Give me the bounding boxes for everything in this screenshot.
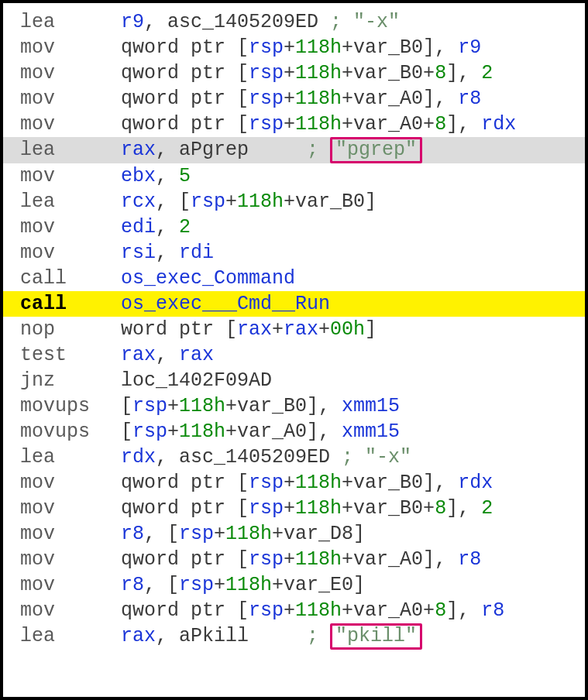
operands: edi, 2 xyxy=(121,216,191,238)
operands: [rsp+118h+var_A0], xmm15 xyxy=(121,420,400,443)
operands: qword ptr [rsp+118h+var_A0], r8 xyxy=(121,548,481,571)
asm-line: testrax, rax xyxy=(3,342,585,368)
mnemonic: call xyxy=(20,291,121,317)
asm-line: movqword ptr [rsp+118h+var_A0], r8 xyxy=(3,86,585,112)
operands: word ptr [rax+rax+00h] xyxy=(121,318,377,341)
operands: rax, rax xyxy=(121,344,214,366)
mnemonic: lea xyxy=(20,444,121,470)
asm-line: lear9, asc_1405209ED ; "-x" xyxy=(3,9,585,35)
asm-line: movups[rsp+118h+var_A0], xmm15 xyxy=(3,419,585,444)
asm-line: movebx, 5 xyxy=(3,163,585,189)
asm-line: movups[rsp+118h+var_B0], xmm15 xyxy=(3,393,585,419)
mnemonic: mov xyxy=(20,240,121,266)
operands: os_exec_Command xyxy=(121,267,295,290)
operands: rdx, asc_1405209ED xyxy=(121,446,330,468)
highlight-box: "pkill" xyxy=(330,623,422,650)
asm-line: learcx, [rsp+118h+var_B0] xyxy=(3,189,585,214)
operands: qword ptr [rsp+118h+var_A0+8], rdx xyxy=(121,113,516,136)
comment: ; "-x" xyxy=(318,11,400,33)
operands: qword ptr [rsp+118h+var_A0], r8 xyxy=(121,88,481,110)
operands: r9, asc_1405209ED xyxy=(121,11,318,33)
asm-line: movqword ptr [rsp+118h+var_B0], r9 xyxy=(3,35,585,60)
operands: r8, [rsp+118h+var_E0] xyxy=(121,574,365,596)
operands: rsi, rdi xyxy=(121,242,214,264)
mnemonic: mov xyxy=(20,163,121,189)
mnemonic: movups xyxy=(20,393,121,419)
asm-line: movqword ptr [rsp+118h+var_A0+8], rdx xyxy=(3,112,585,137)
operands: qword ptr [rsp+118h+var_B0+8], 2 xyxy=(121,62,493,84)
mnemonic: mov xyxy=(20,547,121,572)
operands: rax, aPkill xyxy=(121,625,249,647)
mnemonic: lea xyxy=(20,623,121,649)
asm-line: learax, aPkill ; "pkill" xyxy=(3,623,585,650)
comment: ; "pkill" xyxy=(295,625,422,647)
operands: r8, [rsp+118h+var_D8] xyxy=(121,523,365,545)
mnemonic: mov xyxy=(20,572,121,598)
operands: loc_1402F09AD xyxy=(121,369,272,392)
operands: rax, aPgrep xyxy=(121,139,249,161)
disassembly-frame: lear9, asc_1405209ED ; "-x"movqword ptr … xyxy=(0,0,588,700)
mnemonic: mov xyxy=(20,86,121,112)
mnemonic: call xyxy=(20,266,121,291)
asm-line: movqword ptr [rsp+118h+var_B0], rdx xyxy=(3,470,585,496)
operands: qword ptr [rsp+118h+var_B0], r9 xyxy=(121,36,481,59)
operands: qword ptr [rsp+118h+var_B0+8], 2 xyxy=(121,497,493,520)
asm-line: movqword ptr [rsp+118h+var_B0+8], 2 xyxy=(3,60,585,86)
mnemonic: nop xyxy=(20,317,121,342)
operands: ebx, 5 xyxy=(121,165,191,187)
mnemonic: lea xyxy=(20,189,121,214)
asm-line: movqword ptr [rsp+118h+var_B0+8], 2 xyxy=(3,496,585,521)
asm-line: leardx, asc_1405209ED ; "-x" xyxy=(3,444,585,470)
mnemonic: lea xyxy=(20,137,121,163)
operands: os_exec___Cmd__Run xyxy=(121,293,330,315)
asm-line: learax, aPgrep ; "pgrep" xyxy=(3,137,585,163)
disassembly-listing: lear9, asc_1405209ED ; "-x"movqword ptr … xyxy=(3,3,585,650)
mnemonic: movups xyxy=(20,419,121,444)
mnemonic: mov xyxy=(20,598,121,623)
mnemonic: mov xyxy=(20,470,121,496)
asm-line: movr8, [rsp+118h+var_D8] xyxy=(3,521,585,547)
comment: ; "-x" xyxy=(330,446,411,468)
asm-line: jnzloc_1402F09AD xyxy=(3,368,585,393)
asm-line: movedi, 2 xyxy=(3,214,585,240)
operands: qword ptr [rsp+118h+var_B0], rdx xyxy=(121,472,493,494)
asm-line: nopword ptr [rax+rax+00h] xyxy=(3,317,585,342)
mnemonic: mov xyxy=(20,112,121,137)
asm-line: movr8, [rsp+118h+var_E0] xyxy=(3,572,585,598)
mnemonic: test xyxy=(20,342,121,368)
mnemonic: lea xyxy=(20,9,121,35)
mnemonic: mov xyxy=(20,214,121,240)
mnemonic: mov xyxy=(20,60,121,86)
asm-line: callos_exec___Cmd__Run xyxy=(3,291,585,317)
mnemonic: jnz xyxy=(20,368,121,393)
operands: qword ptr [rsp+118h+var_A0+8], r8 xyxy=(121,599,504,622)
asm-line: movqword ptr [rsp+118h+var_A0+8], r8 xyxy=(3,598,585,623)
operands: rcx, [rsp+118h+var_B0] xyxy=(121,190,377,213)
asm-line: movrsi, rdi xyxy=(3,240,585,266)
mnemonic: mov xyxy=(20,521,121,547)
asm-line: callos_exec_Command xyxy=(3,266,585,291)
mnemonic: mov xyxy=(20,496,121,521)
mnemonic: mov xyxy=(20,35,121,60)
asm-line: movqword ptr [rsp+118h+var_A0], r8 xyxy=(3,547,585,572)
operands: [rsp+118h+var_B0], xmm15 xyxy=(121,395,400,417)
highlight-box: "pgrep" xyxy=(330,137,422,163)
comment: ; "pgrep" xyxy=(295,139,422,161)
